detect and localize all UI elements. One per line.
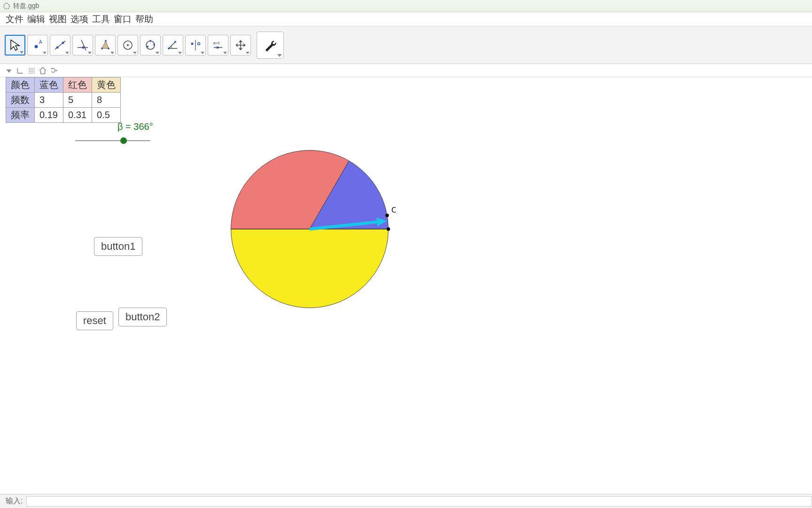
menu-bar: 文件 编辑 视图 选项 工具 窗口 帮助 [0,12,812,26]
svg-point-14 [127,44,129,46]
axes-toggle-icon[interactable] [16,66,24,75]
beta-slider-label: β = 366° [117,121,153,132]
beta-slider-track[interactable] [75,140,150,141]
svg-text:A: A [39,40,42,45]
cell-rate-blue: 0.19 [35,108,63,123]
conic-tool[interactable] [140,35,161,56]
cell-rate-yellow: 0.5 [92,108,121,123]
menu-options[interactable]: 选项 [70,12,89,26]
rim-point-c[interactable] [385,214,389,217]
menu-window[interactable]: 窗口 [113,12,133,26]
svg-point-23 [198,42,200,45]
point-tool[interactable]: A [27,35,48,56]
table-header-blue: 蓝色 [35,78,63,93]
svg-point-0 [4,3,9,9]
svg-point-20 [174,41,176,43]
svg-text:a=2: a=2 [213,41,220,45]
command-input[interactable] [26,496,812,507]
table-header-color: 颜色 [6,78,35,93]
reset-button[interactable]: reset [76,311,113,330]
style-bar [0,64,812,77]
svg-point-16 [147,46,148,48]
svg-point-11 [108,48,109,49]
rim-point-zero [387,227,390,230]
slider-tool[interactable]: a=2 [208,35,228,56]
svg-line-7 [81,40,86,50]
cell-freq-red: 5 [63,93,92,108]
move-tool[interactable] [5,35,25,56]
input-bar: 输入: [0,494,812,508]
table-header-red: 红色 [63,78,92,93]
table-header-yellow: 黄色 [92,78,121,93]
svg-point-10 [101,48,103,49]
cell-freq-yellow: 8 [92,93,121,108]
titlebar: 转盘.ggb [0,0,812,12]
svg-point-1 [35,45,38,48]
button1[interactable]: button1 [94,237,142,256]
svg-point-17 [149,40,151,42]
row-label-freq: 频数 [6,93,35,108]
line-tool[interactable] [50,35,70,56]
grid-toggle-icon[interactable] [27,66,36,75]
home-icon[interactable] [39,66,47,75]
frequency-table: 颜色 蓝色 红色 黄色 频数 3 5 8 频率 0.19 0.31 0.5 [6,77,121,123]
style-dropdown-icon[interactable] [5,66,13,75]
input-bar-label: 输入: [6,496,23,506]
options-tool[interactable] [257,32,284,59]
svg-marker-9 [102,41,109,48]
angle-tool[interactable] [163,35,183,56]
rim-point-c-label: C [391,206,396,214]
svg-point-22 [191,42,194,45]
circle-tool[interactable] [117,35,138,56]
toolbar: A a=2 [0,26,812,64]
window-title: 转盘.ggb [13,2,39,10]
menu-edit[interactable]: 编辑 [26,12,46,26]
graphics-view[interactable]: 颜色 蓝色 红色 黄色 频数 3 5 8 频率 0.19 0.31 0.5 β … [0,77,812,494]
spinner-pie[interactable]: C [224,143,396,315]
perpendicular-tool[interactable] [72,35,93,56]
svg-point-19 [168,48,170,49]
svg-point-8 [82,46,85,48]
svg-point-12 [105,40,107,42]
row-label-rate: 频率 [6,108,35,123]
svg-point-4 [56,46,59,48]
menu-file[interactable]: 文件 [5,12,24,26]
reflect-tool[interactable] [185,35,206,56]
polygon-tool[interactable] [95,35,116,56]
beta-slider[interactable]: β = 366° [75,134,169,135]
svg-point-26 [217,46,219,48]
move-view-tool[interactable] [230,35,251,56]
cell-freq-blue: 3 [35,93,63,108]
cell-rate-red: 0.31 [63,108,92,123]
beta-slider-thumb[interactable] [120,137,127,144]
svg-point-5 [62,41,64,44]
pie-slice-黄色 [231,229,389,308]
button2[interactable]: button2 [118,308,167,326]
menu-help[interactable]: 帮助 [134,12,154,26]
app-icon [3,2,10,10]
undo-dropdown-icon[interactable] [50,66,58,75]
menu-view[interactable]: 视图 [48,12,68,26]
menu-tools[interactable]: 工具 [91,12,111,26]
svg-point-18 [153,44,155,46]
